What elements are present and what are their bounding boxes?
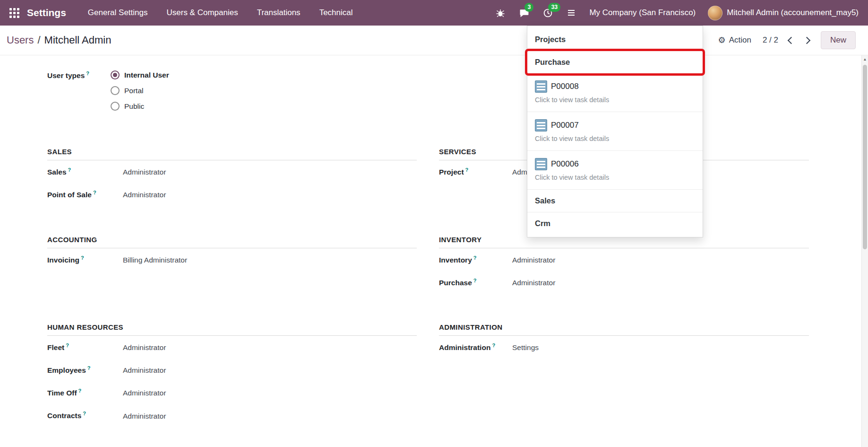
help-icon[interactable]: ? — [473, 255, 477, 261]
field-label: Administration? — [439, 342, 512, 352]
section-title: HUMAN RESOURCES — [47, 323, 417, 336]
field-sales: Sales? Administrator — [47, 160, 417, 183]
field-label: Employees? — [47, 365, 123, 375]
radio-label: Internal User — [124, 71, 169, 79]
task-card-icon — [535, 158, 547, 170]
field-value[interactable]: Billing Administrator — [123, 256, 417, 264]
breadcrumb-current: Mitchell Admin — [44, 34, 112, 46]
field-point-of-sale: Point of Sale? Administrator — [47, 183, 417, 206]
task-card-icon — [535, 119, 547, 131]
top-navbar: Settings General Settings Users & Compan… — [0, 0, 868, 26]
breadcrumb-users-link[interactable]: Users — [7, 34, 34, 46]
task-title: P00006 — [551, 159, 579, 169]
task-item-p00006[interactable]: P00006 Click to view task details — [527, 151, 703, 189]
menu-technical[interactable]: Technical — [319, 8, 353, 18]
field-value[interactable]: Administrator — [123, 343, 417, 352]
field-fleet: Fleet? Administrator — [47, 336, 417, 359]
task-title: P00007 — [551, 121, 579, 130]
menu-translations[interactable]: Translations — [257, 8, 301, 18]
field-value[interactable]: Administrator — [512, 279, 809, 287]
action-menu-button[interactable]: ⚙ Action — [718, 35, 751, 45]
help-icon[interactable]: ? — [465, 167, 469, 173]
dropdown-item-sales[interactable]: Sales — [527, 190, 703, 212]
help-icon[interactable]: ? — [83, 411, 86, 416]
user-form: User types? Internal User Portal Public — [0, 55, 868, 427]
new-button[interactable]: New — [821, 31, 856, 49]
help-icon[interactable]: ? — [81, 255, 84, 261]
section-title: ADMINISTRATION — [439, 323, 809, 336]
messages-icon[interactable]: 3 — [518, 7, 530, 18]
messages-badge: 3 — [524, 3, 533, 12]
section-administration: ADMINISTRATION Administration? Settings — [439, 323, 809, 359]
breadcrumb: Users / Mitchell Admin — [7, 34, 111, 46]
radio-unselected-icon[interactable] — [111, 86, 120, 95]
systray-dropdown-panel: Projects Purchase P00008 Click to view t… — [527, 26, 703, 237]
radio-portal[interactable]: Portal — [111, 86, 868, 95]
section-sales: SALES Sales? Administrator Point of Sale… — [47, 148, 417, 236]
pager-next-icon[interactable] — [803, 36, 811, 44]
field-value[interactable]: Administrator — [512, 256, 809, 264]
control-panel-right: ⚙ Action 2 / 2 New — [718, 31, 856, 49]
dropdown-item-crm[interactable]: Crm — [527, 212, 703, 235]
scrollbar-thumb[interactable] — [863, 65, 867, 249]
field-label: Fleet? — [47, 342, 123, 352]
user-avatar — [708, 6, 722, 20]
app-title[interactable]: Settings — [27, 7, 66, 18]
menu-users-companies[interactable]: Users & Companies — [166, 8, 238, 18]
systray-list-icon[interactable] — [566, 7, 577, 18]
help-icon[interactable]: ? — [86, 70, 89, 76]
form-columns: SALES Sales? Administrator Point of Sale… — [47, 148, 868, 427]
radio-selected-icon[interactable] — [111, 70, 120, 79]
bug-icon[interactable] — [495, 7, 506, 18]
menu-general-settings[interactable]: General Settings — [88, 8, 148, 18]
dropdown-item-projects[interactable]: Projects — [527, 28, 703, 51]
task-subtitle: Click to view task details — [535, 174, 695, 181]
help-icon[interactable]: ? — [87, 365, 91, 371]
scroll-up-arrow-icon[interactable]: ▲ — [862, 55, 868, 63]
pager-previous-icon[interactable] — [788, 36, 795, 44]
task-item-p00007[interactable]: P00007 Click to view task details — [527, 112, 703, 150]
section-human-resources: HUMAN RESOURCES Fleet? Administrator Emp… — [47, 323, 417, 427]
field-employees: Employees? Administrator — [47, 359, 417, 381]
radio-public[interactable]: Public — [111, 102, 868, 111]
user-name: Mitchell Admin (accounement_may5) — [727, 8, 859, 18]
company-switcher[interactable]: My Company (San Francisco) — [589, 8, 696, 18]
field-invoicing: Invoicing? Billing Administrator — [47, 248, 417, 271]
field-value[interactable]: Administrator — [123, 191, 417, 199]
control-panel: Users / Mitchell Admin ⚙ Action 2 / 2 Ne… — [0, 26, 868, 55]
task-subtitle: Click to view task details — [535, 96, 695, 104]
field-value[interactable]: Administrator — [123, 389, 417, 397]
field-value[interactable]: Administrator — [123, 366, 417, 375]
field-value[interactable]: Administrator — [123, 168, 417, 176]
radio-unselected-icon[interactable] — [111, 102, 120, 111]
radio-label: Public — [124, 102, 144, 111]
vertical-scrollbar[interactable]: ▲ — [861, 55, 868, 447]
pager: 2 / 2 — [763, 35, 809, 45]
help-icon[interactable]: ? — [78, 388, 82, 394]
left-column: SALES Sales? Administrator Point of Sale… — [47, 148, 417, 427]
activities-clock-icon[interactable]: 33 — [542, 7, 553, 18]
field-label: Invoicing? — [47, 255, 123, 264]
radio-internal-user[interactable]: Internal User — [111, 70, 868, 79]
field-label: Time Off? — [47, 388, 123, 397]
apps-grid-icon[interactable] — [9, 8, 19, 18]
help-icon[interactable]: ? — [66, 342, 69, 348]
task-item-p00008[interactable]: P00008 Click to view task details — [527, 73, 703, 112]
field-time-off: Time Off? Administrator — [47, 381, 417, 404]
field-administration: Administration? Settings — [439, 336, 809, 359]
help-icon[interactable]: ? — [492, 342, 495, 348]
help-icon[interactable]: ? — [93, 190, 96, 195]
field-label: Point of Sale? — [47, 190, 123, 199]
user-types-radio-group: Internal User Portal Public — [111, 70, 868, 111]
action-label: Action — [729, 35, 751, 45]
section-accounting: ACCOUNTING Invoicing? Billing Administra… — [47, 236, 417, 323]
dropdown-item-purchase-highlighted[interactable]: Purchase — [527, 51, 703, 73]
task-subtitle: Click to view task details — [535, 135, 695, 142]
field-value[interactable]: Settings — [512, 343, 809, 352]
field-value[interactable]: Administrator — [123, 412, 417, 421]
field-purchase: Purchase? Administrator — [439, 271, 809, 294]
help-icon[interactable]: ? — [68, 167, 71, 173]
help-icon[interactable]: ? — [473, 278, 477, 283]
radio-label: Portal — [124, 87, 144, 95]
user-menu[interactable]: Mitchell Admin (accounement_may5) — [708, 6, 859, 20]
